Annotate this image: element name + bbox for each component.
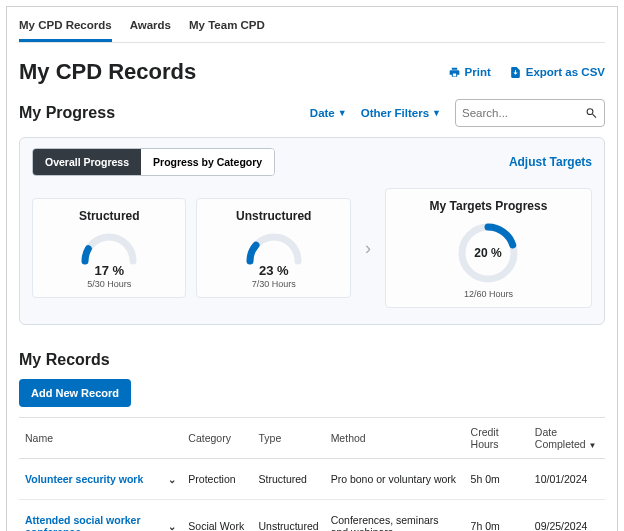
gauge-structured-pct: 17 %	[37, 263, 181, 278]
page-title: My CPD Records	[19, 59, 196, 85]
chevron-down-icon[interactable]: ⌄	[168, 521, 176, 532]
filter-date[interactable]: Date ▼	[310, 107, 347, 119]
record-category: Social Work	[182, 500, 252, 532]
records-table: Name Category Type Method Credit Hours D…	[19, 417, 605, 531]
record-completed: 10/01/2024	[529, 459, 605, 500]
gauge-targets: My Targets Progress 20 % 12/60 Hours	[385, 188, 592, 308]
col-completed[interactable]: Date Completed▼	[529, 418, 605, 459]
gauge-structured-title: Structured	[37, 209, 181, 223]
record-category: Protection	[182, 459, 252, 500]
gauges-row: Structured 17 % 5/30 Hours Unstructured …	[32, 188, 592, 308]
col-method[interactable]: Method	[325, 418, 465, 459]
tab-my-cpd-records[interactable]: My CPD Records	[19, 13, 112, 42]
gauge-unstructured: Unstructured 23 % 7/30 Hours	[196, 198, 350, 298]
main-tabs: My CPD Records Awards My Team CPD	[19, 7, 605, 43]
record-method: Conferences, seminars and webinars	[325, 500, 465, 532]
tab-awards[interactable]: Awards	[130, 13, 171, 42]
progress-tab-buttons: Overall Progress Progress by Category	[32, 148, 275, 176]
chevron-down-icon: ▼	[338, 108, 347, 118]
table-row: Volunteer security work ⌄ Protection Str…	[19, 459, 605, 500]
record-type: Unstructured	[253, 500, 325, 532]
records-section: My Records Add New Record Name Category …	[19, 351, 605, 531]
gauge-structured-chart	[79, 231, 139, 265]
filter-date-label: Date	[310, 107, 335, 119]
table-header-row: Name Category Type Method Credit Hours D…	[19, 418, 605, 459]
filter-other[interactable]: Other Filters ▼	[361, 107, 441, 119]
chevron-down-icon: ▼	[432, 108, 441, 118]
progress-card-top: Overall Progress Progress by Category Ad…	[32, 148, 592, 176]
col-name[interactable]: Name	[19, 418, 182, 459]
print-button[interactable]: Print	[448, 66, 491, 79]
svg-text:20 %: 20 %	[475, 246, 503, 260]
export-label: Export as CSV	[526, 66, 605, 78]
record-credit: 5h 0m	[465, 459, 529, 500]
print-label: Print	[465, 66, 491, 78]
progress-card: Overall Progress Progress by Category Ad…	[19, 137, 605, 325]
record-name-text: Volunteer security work	[25, 473, 143, 485]
col-category[interactable]: Category	[182, 418, 252, 459]
app-frame: My CPD Records Awards My Team CPD My CPD…	[6, 6, 618, 531]
record-method: Pro bono or voluntary work	[325, 459, 465, 500]
col-completed-label: Date Completed	[535, 426, 586, 450]
sort-desc-icon: ▼	[589, 441, 597, 450]
record-type: Structured	[253, 459, 325, 500]
title-actions: Print Export as CSV	[448, 66, 605, 79]
search-input[interactable]	[462, 107, 585, 119]
record-completed: 09/25/2024	[529, 500, 605, 532]
progress-title: My Progress	[19, 104, 115, 122]
export-csv-button[interactable]: Export as CSV	[509, 66, 605, 79]
gauge-structured-sub: 5/30 Hours	[37, 279, 181, 289]
progress-filters: Date ▼ Other Filters ▼	[310, 99, 605, 127]
record-name-link[interactable]: Volunteer security work ⌄	[25, 473, 176, 485]
chevron-right-icon: ›	[361, 238, 375, 259]
gauge-unstructured-pct: 23 %	[201, 263, 345, 278]
print-icon	[448, 66, 461, 79]
gauge-unstructured-title: Unstructured	[201, 209, 345, 223]
add-new-record-button[interactable]: Add New Record	[19, 379, 131, 407]
record-credit: 7h 0m	[465, 500, 529, 532]
record-name-link[interactable]: Attended social worker conference ⌄	[25, 514, 176, 531]
chevron-down-icon[interactable]: ⌄	[168, 474, 176, 485]
filter-other-label: Other Filters	[361, 107, 429, 119]
gauge-targets-chart: 20 %	[456, 221, 520, 285]
progress-header: My Progress Date ▼ Other Filters ▼	[19, 99, 605, 127]
tab-progress-by-category[interactable]: Progress by Category	[141, 149, 274, 175]
tab-overall-progress[interactable]: Overall Progress	[33, 149, 141, 175]
gauge-unstructured-sub: 7/30 Hours	[201, 279, 345, 289]
col-credit[interactable]: Credit Hours	[465, 418, 529, 459]
adjust-targets-link[interactable]: Adjust Targets	[509, 155, 592, 169]
gauge-targets-sub: 12/60 Hours	[390, 289, 587, 299]
table-row: Attended social worker conference ⌄ Soci…	[19, 500, 605, 532]
gauge-targets-title: My Targets Progress	[390, 199, 587, 213]
export-icon	[509, 66, 522, 79]
record-name-text: Attended social worker conference	[25, 514, 160, 531]
title-row: My CPD Records Print Export as CSV	[19, 59, 605, 85]
tab-my-team-cpd[interactable]: My Team CPD	[189, 13, 265, 42]
col-type[interactable]: Type	[253, 418, 325, 459]
search-icon[interactable]	[585, 106, 598, 120]
records-title: My Records	[19, 351, 605, 369]
gauge-unstructured-chart	[244, 231, 304, 265]
search-wrap	[455, 99, 605, 127]
gauge-structured: Structured 17 % 5/30 Hours	[32, 198, 186, 298]
